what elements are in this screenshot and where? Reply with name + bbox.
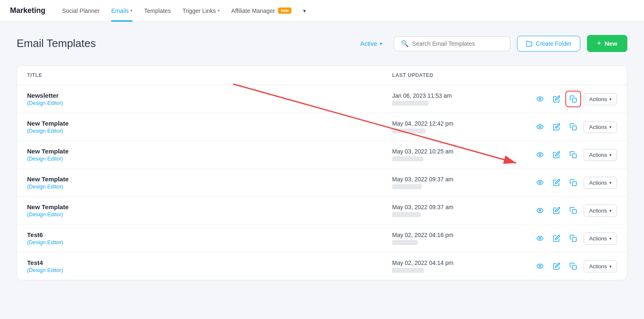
table-row: New Template (Design Editor) May 03, 202… (17, 169, 627, 197)
pencil-icon (553, 123, 560, 131)
copy-icon (569, 262, 577, 270)
table-row: Newsletter (Design Editor) Jan 06, 2023 … (17, 85, 627, 113)
preview-button[interactable] (534, 120, 546, 134)
preview-button[interactable] (534, 260, 546, 273)
edit-button[interactable] (550, 204, 563, 217)
actions-chevron-icon: ▾ (609, 153, 612, 157)
plus-icon: + (597, 39, 602, 48)
row-title: Newsletter (27, 92, 392, 99)
page-content: Email Templates Active ▾ 🔍 Create Folder… (0, 22, 644, 294)
copy-icon (569, 123, 577, 131)
more-icon: ▾ (303, 7, 306, 14)
edit-button[interactable] (550, 92, 563, 106)
copy-icon (569, 235, 577, 242)
preview-button[interactable] (534, 92, 546, 106)
new-button[interactable]: + New (587, 35, 627, 52)
actions-dropdown-button[interactable]: Actions ▾ (584, 121, 617, 133)
actions-dropdown-button[interactable]: Actions ▾ (584, 93, 617, 105)
actions-label: Actions (589, 235, 607, 242)
col-header-actions (534, 72, 617, 78)
svg-rect-7 (572, 154, 577, 158)
row-date: May 02, 2022 04:16 pm (392, 232, 534, 238)
search-box[interactable]: 🔍 (394, 36, 510, 51)
table-row: New Template (Design Editor) May 04, 202… (17, 113, 627, 141)
row-actions-cell: Actions ▾ (534, 120, 617, 134)
actions-dropdown-button[interactable]: Actions ▾ (584, 177, 617, 189)
duplicate-button[interactable] (567, 204, 579, 217)
preview-button[interactable] (534, 232, 546, 245)
duplicate-button[interactable] (567, 232, 579, 245)
svg-point-2 (539, 98, 541, 100)
col-header-last-updated: LAST UPDATED (392, 72, 534, 78)
search-input[interactable] (412, 40, 503, 47)
folder-icon (526, 40, 532, 47)
row-date: May 03, 2022 10:25 am (392, 148, 534, 155)
nav-item-emails[interactable]: Emails ▾ (111, 0, 132, 22)
duplicate-button[interactable] (567, 176, 579, 189)
row-title: New Template (27, 176, 392, 183)
row-date-cell: May 03, 2022 09:37 am (392, 176, 534, 190)
filter-chevron-icon: ▾ (380, 41, 382, 47)
actions-label: Actions (589, 180, 607, 186)
preview-button[interactable] (534, 148, 546, 161)
actions-dropdown-button[interactable]: Actions ▾ (584, 232, 617, 245)
row-subtitle: (Design Editor) (27, 239, 392, 245)
nav-item-trigger-links[interactable]: Trigger Links ▾ (182, 0, 219, 22)
preview-button[interactable] (534, 176, 546, 189)
eye-icon (536, 262, 544, 270)
row-date-cell: Jan 06, 2023 11:53 am (392, 92, 534, 106)
pencil-icon (553, 207, 560, 214)
nav-item-social-planner[interactable]: Social Planner (62, 0, 99, 22)
row-user (392, 100, 534, 106)
row-title-cell: New Template (Design Editor) (27, 203, 392, 218)
svg-point-8 (539, 182, 541, 184)
row-actions-cell: Actions ▾ (534, 260, 617, 273)
row-title-cell: Test4 (Design Editor) (27, 259, 392, 273)
row-date-cell: May 04, 2022 12:42 pm (392, 120, 534, 134)
row-subtitle: (Design Editor) (27, 211, 392, 218)
preview-button[interactable] (534, 204, 546, 217)
filter-dropdown[interactable]: Active ▾ (355, 37, 387, 50)
new-label: New (604, 40, 617, 47)
svg-point-4 (539, 126, 541, 128)
row-actions-cell: Actions ▾ (534, 92, 617, 106)
duplicate-button[interactable] (567, 92, 579, 106)
eye-icon (536, 235, 544, 242)
row-date-cell: May 02, 2022 04:16 pm (392, 232, 534, 245)
row-title-cell: Test6 (Design Editor) (27, 231, 392, 245)
new-badge: new (278, 7, 291, 14)
create-folder-button[interactable]: Create Folder (517, 36, 580, 52)
row-title: Test6 (27, 231, 392, 238)
edit-button[interactable] (550, 148, 563, 161)
svg-point-10 (539, 210, 541, 212)
actions-chevron-icon: ▾ (609, 264, 612, 269)
nav-item-affiliate-manager[interactable]: Affiliate Manager new (231, 0, 291, 22)
actions-dropdown-button[interactable]: Actions ▾ (584, 149, 617, 161)
actions-dropdown-button[interactable]: Actions ▾ (584, 260, 617, 272)
edit-button[interactable] (550, 176, 563, 189)
eye-icon (536, 151, 544, 158)
create-folder-label: Create Folder (536, 40, 572, 47)
actions-label: Actions (589, 263, 607, 270)
actions-chevron-icon: ▾ (609, 236, 612, 241)
row-subtitle: (Design Editor) (27, 128, 392, 134)
row-user (392, 267, 534, 273)
nav-more-dropdown[interactable]: ▾ (303, 0, 306, 22)
edit-button[interactable] (550, 260, 563, 273)
actions-dropdown-button[interactable]: Actions ▾ (584, 205, 617, 217)
row-title-cell: Newsletter (Design Editor) (27, 92, 392, 106)
nav-item-templates[interactable]: Templates (144, 0, 171, 22)
duplicate-button[interactable] (567, 260, 579, 273)
edit-button[interactable] (550, 232, 563, 245)
svg-rect-9 (572, 182, 577, 186)
duplicate-button[interactable] (567, 148, 579, 161)
duplicate-button[interactable] (567, 120, 579, 134)
table-row: New Template (Design Editor) May 03, 202… (17, 141, 627, 169)
edit-button[interactable] (550, 120, 563, 134)
eye-icon (536, 95, 544, 103)
table-row: Test4 (Design Editor) May 02, 2022 04:14… (17, 252, 627, 280)
pencil-icon (553, 95, 560, 103)
svg-point-12 (539, 237, 541, 240)
row-user (392, 156, 534, 162)
svg-point-6 (539, 154, 541, 156)
